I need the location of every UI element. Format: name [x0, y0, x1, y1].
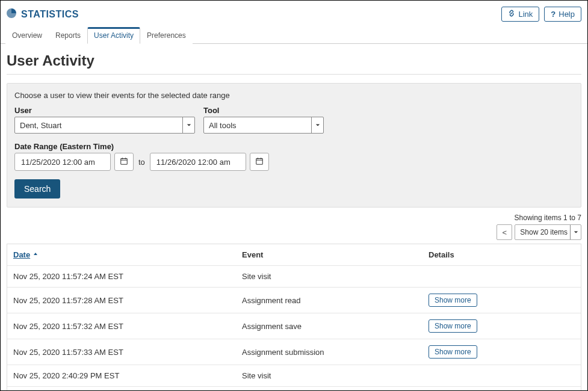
svg-rect-4 — [256, 158, 263, 164]
activity-table: Date Event Details Nov 25, 2020 11:57:24… — [7, 244, 581, 391]
table-row: Nov 25, 2020 2:40:29 PM ESTSite visit — [7, 365, 581, 387]
table-header-row: Date Event Details — [7, 244, 581, 266]
table-row: Nov 25, 2020 3:02:03 PM ESTSite visit — [7, 387, 581, 391]
search-button[interactable]: Search — [14, 179, 60, 199]
column-details[interactable]: Details — [422, 244, 581, 265]
show-more-button[interactable]: Show more — [429, 294, 477, 307]
chevron-down-icon — [311, 117, 323, 133]
table-row: Nov 25, 2020 11:57:32 AM ESTAssignment s… — [7, 313, 581, 339]
app-title: STATISTICS — [21, 9, 79, 20]
tab-preferences[interactable]: Preferences — [140, 27, 193, 44]
cell-details: Show more — [422, 288, 581, 313]
svg-rect-0 — [121, 158, 128, 164]
cell-details — [422, 266, 581, 287]
page-title: User Activity — [1, 44, 587, 74]
cell-date: Nov 25, 2020 11:57:32 AM EST — [7, 313, 236, 339]
cell-date: Nov 25, 2020 3:02:03 PM EST — [7, 387, 236, 391]
link-button[interactable]: Link — [501, 7, 539, 22]
date-range-label: Date Range (Eastern Time) — [14, 142, 269, 151]
filter-description: Choose a user to view their events for t… — [14, 91, 574, 100]
cell-date: Nov 25, 2020 11:57:28 AM EST — [7, 288, 236, 313]
column-date[interactable]: Date — [7, 244, 236, 265]
calendar-from-button[interactable] — [114, 153, 134, 171]
cell-date: Nov 25, 2020 11:57:33 AM EST — [7, 339, 236, 365]
column-event[interactable]: Event — [236, 244, 422, 265]
cell-event: Assignment save — [236, 313, 422, 339]
tab-bar: OverviewReportsUser ActivityPreferences — [1, 26, 587, 44]
sort-asc-icon — [30, 250, 39, 259]
tab-reports[interactable]: Reports — [49, 27, 87, 44]
cell-details: Show more — [422, 339, 581, 365]
show-more-button[interactable]: Show more — [429, 345, 477, 359]
table-row: Nov 25, 2020 11:57:33 AM ESTAssignment s… — [7, 339, 581, 365]
table-row: Nov 25, 2020 11:57:24 AM ESTSite visit — [7, 266, 581, 288]
cell-date: Nov 25, 2020 2:40:29 PM EST — [7, 365, 236, 386]
divider — [7, 74, 581, 75]
user-select[interactable]: Dent, Stuart — [14, 117, 195, 134]
showing-items-text: Showing items 1 to 7 — [515, 214, 581, 222]
cell-date: Nov 25, 2020 11:57:24 AM EST — [7, 266, 236, 287]
calendar-icon — [255, 157, 264, 167]
tab-overview[interactable]: Overview — [5, 27, 49, 44]
show-more-button[interactable]: Show more — [429, 319, 477, 333]
cell-details: Show more — [422, 313, 581, 339]
chevron-down-icon — [182, 117, 194, 133]
cell-event: Site visit — [236, 387, 422, 391]
calendar-to-button[interactable] — [250, 153, 269, 171]
date-to-input[interactable]: 11/26/2020 12:00 am — [150, 153, 246, 171]
link-icon — [508, 10, 515, 19]
items-per-page-select[interactable]: Show 20 items — [515, 224, 581, 240]
cell-details — [422, 365, 581, 386]
date-from-input[interactable]: 11/25/2020 12:00 am — [14, 153, 111, 171]
help-icon: ? — [551, 10, 556, 19]
to-label: to — [137, 158, 146, 167]
cell-event: Site visit — [236, 266, 422, 287]
help-button[interactable]: ? Help — [544, 7, 581, 22]
cell-details — [422, 387, 581, 391]
cell-event: Site visit — [236, 365, 422, 386]
cell-event: Assignment submission — [236, 339, 422, 365]
cell-event: Assignment read — [236, 288, 422, 313]
tab-user-activity[interactable]: User Activity — [87, 27, 140, 44]
tool-label: Tool — [203, 106, 324, 115]
statistics-icon — [7, 8, 16, 20]
prev-page-button[interactable]: < — [497, 224, 512, 240]
filter-panel: Choose a user to view their events for t… — [7, 83, 581, 208]
tool-select[interactable]: All tools — [203, 117, 324, 134]
chevron-down-icon — [570, 225, 581, 239]
user-label: User — [14, 106, 195, 115]
table-row: Nov 25, 2020 11:57:28 AM ESTAssignment r… — [7, 288, 581, 313]
calendar-icon — [120, 157, 128, 167]
